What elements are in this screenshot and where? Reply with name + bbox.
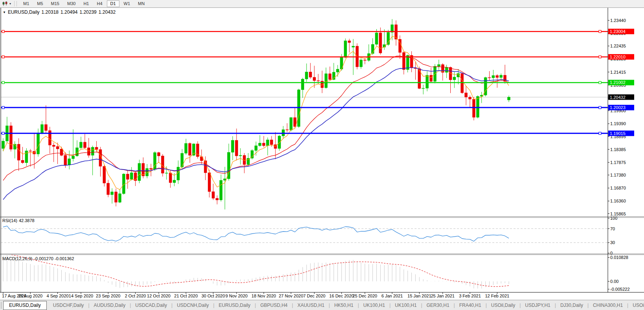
svg-text:14 Sep 2020: 14 Sep 2020 [69, 294, 93, 298]
hline-1.20023[interactable] [1, 106, 608, 109]
tab-active-eurusd-daily[interactable]: EURUSD,Daily [3, 301, 47, 310]
tab-uk100-h1[interactable]: UK100,H1 [391, 301, 420, 309]
hline-handle[interactable] [2, 132, 4, 135]
hline-handle[interactable] [599, 56, 601, 58]
svg-text:26 Aug 2020: 26 Aug 2020 [18, 294, 42, 298]
svg-text:1.20023: 1.20023 [610, 105, 626, 110]
svg-text:9 Nov 2020: 9 Nov 2020 [226, 294, 248, 298]
candlestick-chart-icon [2, 1, 9, 6]
hline-handle[interactable] [2, 56, 4, 58]
svg-text:70: 70 [610, 226, 615, 231]
svg-text:1.23004: 1.23004 [610, 29, 626, 34]
timeframe-button-w1[interactable]: W1 [120, 0, 134, 7]
chart-menu-caret-icon[interactable]: ▼ [3, 11, 6, 14]
hline-handle[interactable] [2, 81, 4, 84]
svg-text:18 Nov 2020: 18 Nov 2020 [251, 294, 276, 298]
svg-text:16 Dec 2020: 16 Dec 2020 [329, 294, 354, 298]
chart-canvas[interactable]: 1.234401.229301.224351.219251.214151.209… [0, 0, 644, 310]
svg-text:15 Jan 2021: 15 Jan 2021 [407, 294, 431, 298]
mt4-window: ▾ M1M5M15M30H1H4D1W1MN 1.234401.229301.2… [0, 0, 644, 310]
svg-text:25 Jan 2021: 25 Jan 2021 [431, 294, 455, 298]
macd-values: -0.001270 -0.001362 [34, 256, 74, 261]
hline-handle[interactable] [599, 30, 601, 33]
rsi-pane: 10070300 [1, 216, 617, 255]
timeframe-button-m30[interactable]: M30 [64, 0, 79, 7]
hline-handle[interactable] [599, 81, 601, 84]
svg-text:1.22010: 1.22010 [610, 55, 626, 59]
tab-audusd-daily[interactable]: AUDUSD,Daily [90, 301, 130, 309]
timeframe-button-h1[interactable]: H1 [80, 0, 92, 7]
ma-medium-line [3, 56, 509, 181]
tab-usdcnh-daily[interactable]: USDCNH,Daily [173, 301, 213, 309]
svg-text:1.16360: 1.16360 [610, 199, 626, 203]
tab-usoil-h1[interactable]: USOil,H1 [629, 301, 644, 309]
macd-name: MACD(12,26,9) [2, 256, 32, 261]
chart-type-button[interactable]: ▾ [1, 1, 13, 7]
tab-items: EURUSD,DailyUSDCHF,Daily|AUDUSD,Daily|US… [3, 301, 644, 310]
tab-xauusd-h1[interactable]: XAUUSD,H1 [294, 301, 328, 309]
svg-text:1.21002: 1.21002 [610, 80, 626, 85]
timeframe-button-m15[interactable]: M15 [48, 0, 63, 7]
svg-text:1.20432: 1.20432 [610, 95, 626, 100]
tab-uk100-h1[interactable]: UK100,H1 [360, 301, 389, 309]
timeframe-button-d1[interactable]: D1 [107, 0, 119, 7]
rsi-indicator-label: RSI(14)42.3878 [2, 218, 36, 223]
svg-text:1.19015: 1.19015 [610, 131, 626, 136]
svg-text:-0.005222: -0.005222 [610, 287, 630, 292]
svg-text:1.16870: 1.16870 [610, 186, 626, 190]
hline-handle[interactable] [2, 30, 4, 33]
timeframe-button-mn[interactable]: MN [134, 0, 148, 7]
svg-text:25 Dec 2020: 25 Dec 2020 [353, 294, 377, 298]
tab-eurusd-daily[interactable]: EURUSD,Daily [215, 301, 255, 309]
timeframe-button-h4[interactable]: H4 [93, 0, 106, 7]
svg-text:23 Sep 2020: 23 Sep 2020 [96, 294, 120, 298]
tab-ger30-h1[interactable]: GER30,H1 [423, 301, 453, 309]
rsi-line [3, 226, 509, 241]
timeframe-button-m5[interactable]: M5 [33, 0, 46, 7]
ohlc-low: 1.20239 [79, 9, 96, 15]
chevron-down-icon: ▾ [9, 2, 11, 5]
hline-handle[interactable] [599, 106, 601, 109]
svg-text:3 Feb 2021: 3 Feb 2021 [459, 294, 481, 298]
tab-gbpusd-h4[interactable]: GBPUSD,H4 [256, 301, 291, 309]
rsi-name: RSI(14) [2, 218, 17, 223]
tab-china300-h1[interactable]: CHINA300,H1 [589, 301, 627, 309]
toolbar-grip[interactable] [14, 1, 17, 6]
hline-handle[interactable] [2, 106, 4, 109]
toolbar: ▾ M1M5M15M30H1H4D1W1MN [0, 0, 644, 8]
candles-group [2, 19, 510, 210]
chart-symbol-label: EURUSD,Daily [8, 9, 40, 15]
tab-dj30-daily[interactable]: DJ30,Daily [556, 301, 587, 309]
svg-text:1.18385: 1.18385 [610, 147, 626, 152]
svg-text:1.19390: 1.19390 [610, 121, 626, 126]
tab-usdcad-daily[interactable]: USDCAD,Daily [131, 301, 171, 309]
tabbar-grip[interactable] [1, 302, 2, 309]
svg-text:1.17380: 1.17380 [610, 173, 626, 177]
svg-text:7 Dec 2020: 7 Dec 2020 [303, 294, 325, 298]
svg-text:1.17875: 1.17875 [610, 160, 626, 165]
macd-pane [3, 253, 509, 288]
tab-hk50-h1[interactable]: HK50,H1 [330, 301, 358, 309]
time-axis: 17 Aug 202026 Aug 20204 Sep 202014 Sep 2… [2, 292, 509, 298]
tab-usoil-daily[interactable]: USOil,Daily [487, 301, 519, 309]
hline-1.22010[interactable] [1, 56, 608, 58]
hline-1.23004[interactable] [1, 30, 608, 33]
tab-fra40-h1[interactable]: FRA40,H1 [455, 301, 485, 309]
hline-1.21002[interactable] [1, 81, 608, 84]
svg-text:21 Oct 2020: 21 Oct 2020 [174, 294, 198, 298]
svg-text:1.15865: 1.15865 [610, 212, 626, 216]
svg-text:4 Sep 2020: 4 Sep 2020 [46, 294, 68, 298]
ohlc-close: 1.20432 [99, 9, 116, 15]
timeframe-button-m1[interactable]: M1 [20, 0, 33, 7]
svg-text:27 Nov 2020: 27 Nov 2020 [279, 294, 303, 298]
svg-text:1.23440: 1.23440 [610, 18, 626, 23]
macd-indicator-label: MACD(12,26,9)-0.001270 -0.001362 [2, 256, 76, 261]
svg-text:6 Jan 2021: 6 Jan 2021 [382, 294, 403, 298]
hline-1.19015[interactable] [1, 132, 608, 135]
hline-handle[interactable] [599, 132, 601, 135]
svg-text:2 Oct 2020: 2 Oct 2020 [125, 294, 146, 298]
ma-fast-line [3, 36, 509, 190]
svg-text:12 Feb 2021: 12 Feb 2021 [485, 294, 509, 298]
tab-usdjpy-h1[interactable]: USDJPY,H1 [521, 301, 554, 309]
tab-usdchf-daily[interactable]: USDCHF,Daily [49, 301, 88, 309]
